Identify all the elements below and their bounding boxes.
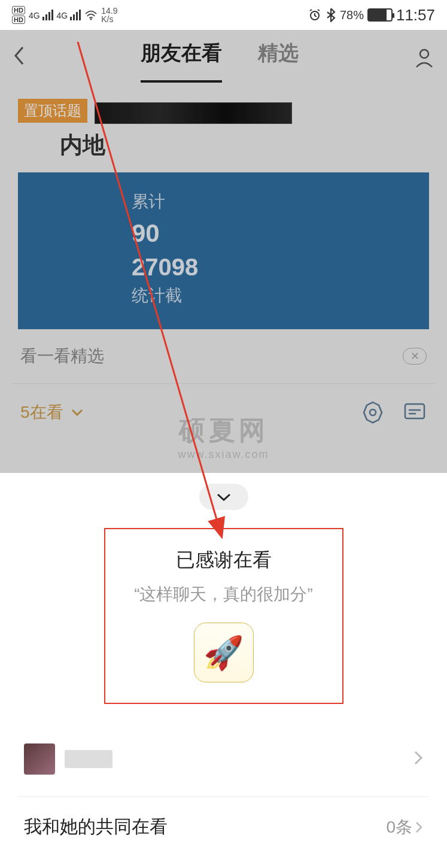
status-bar: HD HD 4G 4G 14.9 K/s 78% (0, 0, 447, 30)
tab-featured[interactable]: 精选 (258, 40, 299, 78)
rocket-icon: 🚀 (203, 634, 244, 672)
common-reading-label: 我和她的共同在看 (24, 815, 168, 839)
reaction-rocket[interactable]: 🚀 (194, 623, 254, 682)
signal-2: 4G (57, 10, 81, 20)
close-suggestion-button[interactable]: ✕ (403, 348, 427, 365)
common-reading-count: 0条 (386, 816, 423, 839)
header: 朋友在看 精选 (0, 30, 447, 87)
thanks-subtitle: “这样聊天，真的很加分” (117, 583, 330, 606)
back-button[interactable] (12, 45, 25, 72)
reading-actions (361, 400, 427, 424)
stats-footer: 统计截 (132, 284, 429, 307)
hd-badge-2: HD (12, 16, 25, 24)
chevron-right-icon (413, 748, 423, 771)
stats-value-1: 90 (132, 219, 429, 248)
svg-rect-5 (405, 404, 424, 418)
battery-icon (367, 8, 393, 22)
svg-point-0 (90, 19, 92, 20)
sheet-close-handle[interactable] (199, 484, 248, 510)
alarm-icon (308, 8, 322, 22)
tabs: 朋友在看 精选 (25, 40, 413, 78)
stats-card[interactable]: 累计 90 27098 统计截 (18, 172, 429, 329)
sheet-handle-wrap (18, 484, 429, 510)
signal-1: 4G (29, 10, 53, 20)
content: 置顶话题 内地 累计 90 27098 统计截 看一看精选 ✕ 5在看 (0, 87, 447, 453)
stats-value-2: 27098 (132, 254, 429, 281)
thanks-title: 已感谢在看 (117, 547, 330, 573)
status-left: HD HD 4G 4G 14.9 K/s (12, 6, 118, 24)
hd-badges: HD HD (12, 6, 25, 24)
bluetooth-icon (326, 8, 336, 22)
background-page: 朋友在看 精选 置顶话题 内地 累计 90 27098 统计截 看一看精选 ✕ … (0, 30, 447, 473)
suggestion-label: 看一看精选 (20, 345, 104, 368)
reading-row: 5在看 (18, 384, 429, 441)
user-name-blurred (65, 750, 112, 768)
pinned-topic-badge: 置顶话题 (18, 99, 87, 123)
profile-button[interactable] (413, 47, 435, 71)
svg-point-2 (420, 50, 428, 58)
status-right: 78% 11:57 (308, 6, 435, 25)
chevron-down-icon (71, 408, 84, 417)
svg-point-4 (370, 409, 376, 415)
settings-icon[interactable] (361, 400, 385, 424)
wifi-icon (84, 10, 98, 20)
chevron-down-icon (215, 492, 232, 502)
comment-icon[interactable] (403, 400, 427, 424)
bottom-sheet: 已感谢在看 “这样聊天，真的很加分” 🚀 我和她的共同在看 0条 (0, 473, 447, 868)
stats-label: 累计 (132, 190, 429, 213)
reading-count[interactable]: 5在看 (20, 401, 84, 424)
suggestion-row[interactable]: 看一看精选 ✕ (18, 329, 429, 383)
svg-marker-3 (364, 402, 382, 423)
battery-percent: 78% (340, 8, 364, 22)
censored-text (95, 102, 292, 124)
chevron-right-icon (415, 820, 423, 834)
common-reading-row[interactable]: 我和她的共同在看 0条 (18, 796, 429, 857)
topic-row: 置顶话题 (18, 99, 429, 124)
tab-friends-reading[interactable]: 朋友在看 (141, 40, 222, 78)
user-row[interactable] (18, 734, 429, 784)
avatar (24, 743, 55, 775)
topic-title: 内地 (60, 130, 429, 160)
thanks-highlight: 已感谢在看 “这样聊天，真的很加分” 🚀 (104, 528, 343, 704)
clock: 11:57 (396, 6, 435, 25)
network-speed: 14.9 K/s (101, 7, 117, 23)
hd-badge-1: HD (12, 6, 25, 14)
